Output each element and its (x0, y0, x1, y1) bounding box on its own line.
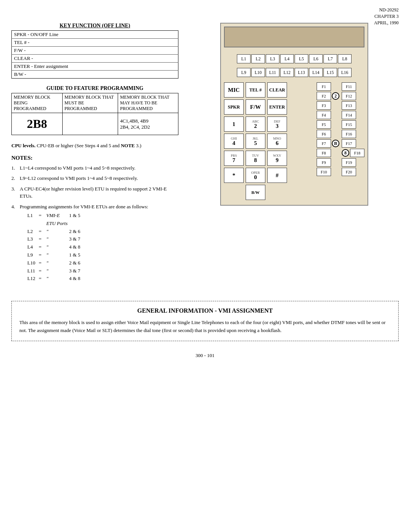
key-6[interactable]: MNO 6 (267, 134, 287, 149)
notes-title: NOTES: (11, 155, 178, 161)
key-0[interactable]: OPER 0 (246, 168, 265, 183)
f16-key[interactable]: F16 (342, 130, 356, 138)
fw-key[interactable]: F/W (246, 99, 265, 115)
f15-key[interactable]: F15 (342, 120, 356, 129)
l-key-9[interactable]: L9 (237, 68, 251, 77)
guide-code1: 4C1,4B8, 4B9 (120, 118, 176, 124)
port-row-L9: L9 = " 1 & 5 (27, 251, 148, 259)
keypad-section: MIC TEL # CLEAR SPKR (224, 82, 364, 202)
l-key-7[interactable]: L7 (323, 54, 337, 63)
f2-key[interactable]: F2 (317, 92, 331, 100)
f6-key[interactable]: F6 (317, 130, 331, 138)
l-keys-row1: L1 L2 L3 L4 L5 L6 L7 L8 (224, 54, 364, 63)
clear-key[interactable]: CLEAR (267, 82, 287, 98)
key-function-section: KEY FUNCTION (OFF LINE) SPKR - ON/OFF Li… (11, 23, 178, 79)
notes-list: 1. L1~L4 correspond to VMI ports 1~4 and… (11, 164, 178, 283)
guide-data-row: 2B8 4C1,4B8, 4B9 2B4, 2C4, 2D2 (12, 113, 178, 135)
cpu-detail: CPU-EB or higher (See Steps 4 and 5 and … (37, 143, 142, 148)
l-key-6[interactable]: L6 (309, 54, 323, 63)
guide-section: GUIDE TO FEATURE PROGRAMMING MEMORY BLOC… (11, 85, 178, 135)
header-line2: CHAPTER 3 (374, 13, 399, 20)
l-key-2[interactable]: L2 (251, 54, 265, 63)
l-key-10[interactable]: L10 (251, 68, 265, 77)
l-key-15[interactable]: L15 (323, 68, 337, 77)
kf-row-5: ENTER - Enter assignment (12, 63, 178, 71)
note-2: 2. L9~L12 correspond to VMI ports 1~4 an… (11, 175, 178, 182)
l-key-8[interactable]: L8 (338, 54, 352, 63)
f18-row: 8 F18 (342, 149, 364, 157)
f1-key[interactable]: F1 (317, 82, 331, 91)
l-key-14[interactable]: L14 (309, 68, 323, 77)
port-table: L1 = VMI-E ETU Ports 1 & 5 L2 = " 2 & 6 (27, 212, 148, 283)
port-row-L4: L4 = " 4 & 8 (27, 243, 148, 251)
gen-info-text: This area of the memory block is used to… (19, 319, 391, 335)
f13-key[interactable]: F13 (342, 101, 356, 110)
mic-key[interactable]: MIC (224, 82, 244, 98)
gen-info-box: GENERAL INFORMATION - VMI ASSIGNMENT Thi… (11, 301, 399, 341)
key-2[interactable]: ABC 2 (246, 116, 265, 132)
guide-table: MEMORY BLOCK BEING PROGRAMMED MEMORY BLO… (11, 93, 178, 135)
l-key-12[interactable]: L12 (280, 68, 294, 77)
kf-row-6: B/W - (12, 71, 178, 79)
l-key-16[interactable]: L16 (338, 68, 352, 77)
f7-key[interactable]: F7 (317, 139, 331, 148)
f9-key[interactable]: F9 (317, 158, 331, 167)
l-key-11[interactable]: L11 (266, 68, 279, 77)
tel-key[interactable]: TEL # (246, 82, 265, 98)
f18-key[interactable]: F18 (350, 149, 364, 157)
f19-key[interactable]: F19 (342, 158, 356, 167)
key-7[interactable]: PRS 7 (224, 151, 244, 166)
port-row-L12: L12 = " 4 & 8 (27, 275, 148, 283)
port-row-L3: L3 = " 3 & 7 (27, 235, 148, 243)
f17-key[interactable]: F17 (342, 139, 356, 148)
f10-key[interactable]: F10 (317, 168, 331, 176)
left-panel: KEY FUNCTION (OFF LINE) SPKR - ON/OFF Li… (11, 23, 178, 286)
l-key-3[interactable]: L3 (266, 54, 279, 63)
l-key-4[interactable]: L4 (280, 54, 294, 63)
gen-info-title: GENERAL INFORMATION - VMI ASSIGNMENT (19, 307, 391, 314)
l-key-13[interactable]: L13 (295, 68, 308, 77)
kf-row-4: CLEAR - (12, 55, 178, 63)
port-row-L1: L1 = VMI-E ETU Ports 1 & 5 (27, 212, 148, 228)
port-row-L10: L10 = " 2 & 6 (27, 259, 148, 267)
page-header: ND-20292 CHAPTER 3 APRIL, 1990 (374, 7, 399, 26)
key-5[interactable]: JKL 5 (246, 134, 265, 149)
f8-key[interactable]: F8 (317, 149, 331, 157)
header-line1: ND-20292 (374, 7, 399, 13)
note-1: 1. L1~L4 correspond to VMI ports 1~4 and… (11, 164, 178, 172)
kf-row-3: F/W - (12, 47, 178, 55)
key-4[interactable]: GHI 4 (224, 134, 244, 149)
badge-8: 8 (342, 149, 349, 157)
badge-b: B (332, 140, 339, 147)
phone-diagram: L1 L2 L3 L4 L5 L6 L7 L8 L9 L10 L11 L12 L… (220, 23, 368, 206)
kf-cell-1: SPKR - ON/OFF Line (12, 31, 178, 39)
f12-key[interactable]: F12 (342, 92, 356, 100)
l-key-1[interactable]: L1 (237, 54, 251, 63)
f3-key[interactable]: F3 (317, 101, 331, 110)
guide-codes: 4C1,4B8, 4B9 2B4, 2C4, 2D2 (118, 113, 178, 135)
key-9[interactable]: WXY 9 (267, 151, 287, 166)
key-1[interactable]: 1 (224, 116, 244, 132)
f20-key[interactable]: F20 (342, 168, 356, 176)
key-3[interactable]: DEF 3 (267, 116, 287, 132)
guide-big-label: 2B8 (12, 113, 63, 135)
cpu-label: CPU levels. (11, 143, 36, 148)
notes-section: NOTES: 1. L1~L4 correspond to VMI ports … (11, 155, 178, 283)
f11-key[interactable]: F11 (342, 82, 356, 91)
phone-screen (224, 27, 364, 47)
key-8[interactable]: TUV 8 (246, 151, 265, 166)
spkr-key[interactable]: SPKR (224, 99, 244, 115)
guide-header-row: MEMORY BLOCK BEING PROGRAMMED MEMORY BLO… (12, 93, 178, 113)
bw-key[interactable]: B/W (246, 185, 265, 200)
f4-key[interactable]: F4 (317, 111, 331, 119)
l-key-5[interactable]: L5 (295, 54, 308, 63)
f5-key[interactable]: F5 (317, 120, 331, 129)
f14-key[interactable]: F14 (342, 111, 356, 119)
enter-key[interactable]: ENTER (267, 99, 287, 115)
key-star[interactable]: * (224, 168, 244, 183)
guide-header-2: MEMORY BLOCK THAT MUST BE PROGRAMMED (62, 93, 118, 113)
right-panel: L1 L2 L3 L4 L5 L6 L7 L8 L9 L10 L11 L12 L… (186, 23, 402, 286)
kf-cell-4: CLEAR - (12, 55, 178, 63)
key-hash[interactable]: # (267, 168, 287, 183)
fkeys-middle: F1 F2 2 F3 F4 F5 F6 F7 B F8 (317, 82, 339, 202)
